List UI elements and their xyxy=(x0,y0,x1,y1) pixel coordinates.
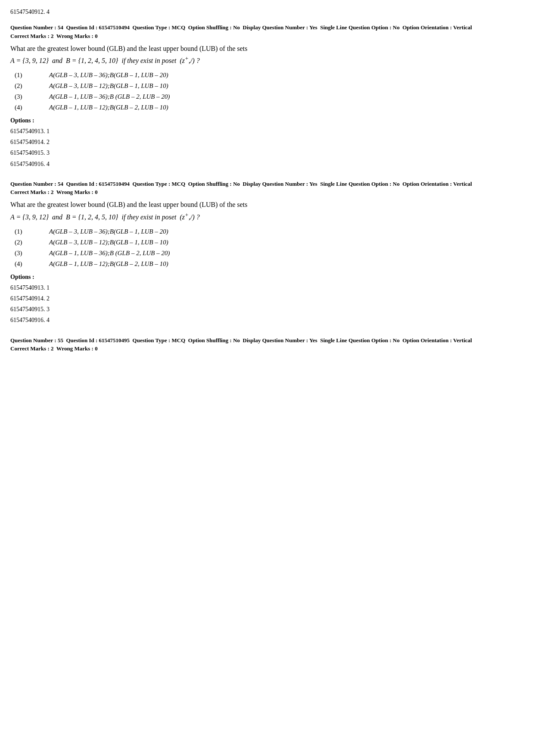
option-item: (3) A(GLB – 1, LUB – 36);B (GLB – 2, LUB… xyxy=(15,250,524,257)
question-meta-3: Question Number : 55 Question Id : 61547… xyxy=(10,336,524,345)
marks-line-2: Correct Marks : 2 Wrong Marks : 0 xyxy=(10,189,524,196)
marks-line-3: Correct Marks : 2 Wrong Marks : 0 xyxy=(10,345,524,352)
option-item: (1) A(GLB – 3, LUB – 36);B(GLB – 1, LUB … xyxy=(15,228,524,235)
question-text-2: What are the greatest lower bound (GLB) … xyxy=(10,199,524,223)
option-item: (2) A(GLB – 3, LUB – 12);B(GLB – 1, LUB … xyxy=(15,239,524,246)
option-item: (4) A(GLB – 1, LUB – 12);B(GLB – 2, LUB … xyxy=(15,260,524,268)
question-block-1: Question Number : 54 Question Id : 61547… xyxy=(10,23,524,169)
options-list-1: (1) A(GLB – 3, LUB – 36);B(GLB – 1, LUB … xyxy=(15,72,524,111)
question-meta-1: Question Number : 54 Question Id : 61547… xyxy=(10,23,524,32)
options-label-1: Options : xyxy=(10,117,524,124)
page-id: 61547540912. 4 xyxy=(10,9,524,16)
question-text-1: What are the greatest lower bound (GLB) … xyxy=(10,43,524,67)
option-item: (4) A(GLB – 1, LUB – 12);B(GLB – 2, LUB … xyxy=(15,104,524,111)
page-container: 61547540912. 4 Question Number : 54 Ques… xyxy=(10,9,524,352)
option-item: (1) A(GLB – 3, LUB – 36);B(GLB – 1, LUB … xyxy=(15,72,524,79)
options-label-2: Options : xyxy=(10,274,524,281)
question-meta-2: Question Number : 54 Question Id : 61547… xyxy=(10,180,524,188)
option-item: (2) A(GLB – 3, LUB – 12);B(GLB – 1, LUB … xyxy=(15,82,524,90)
question-block-3: Question Number : 55 Question Id : 61547… xyxy=(10,336,524,353)
option-ids-1: 61547540913. 1 61547540914. 2 6154754091… xyxy=(10,126,524,169)
options-list-2: (1) A(GLB – 3, LUB – 36);B(GLB – 1, LUB … xyxy=(15,228,524,268)
question-block-2: Question Number : 54 Question Id : 61547… xyxy=(10,180,524,326)
marks-line-1: Correct Marks : 2 Wrong Marks : 0 xyxy=(10,33,524,40)
option-ids-2: 61547540913. 1 61547540914. 2 6154754091… xyxy=(10,282,524,326)
option-item: (3) A(GLB – 1, LUB – 36);B (GLB – 2, LUB… xyxy=(15,93,524,100)
